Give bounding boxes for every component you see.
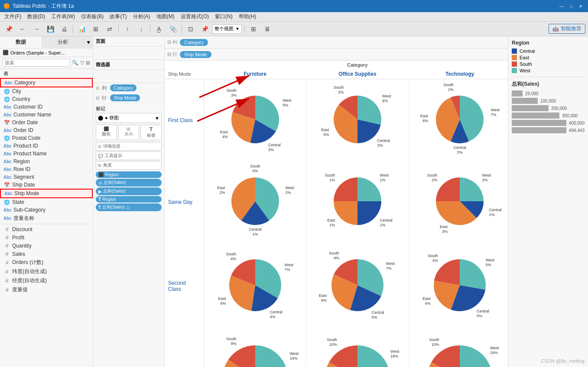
field-postal-code[interactable]: 🌐 Postal Code: [0, 134, 93, 142]
marks-type-selector[interactable]: ⬤ ● 饼图 ▼: [96, 113, 162, 123]
toolbar-pin[interactable]: 📌: [3, 23, 15, 35]
field-measure-names[interactable]: Abc 度量名称: [0, 214, 93, 223]
field-discount[interactable]: # Discount: [0, 225, 93, 233]
table-row: Second ClassWest7%Central4%East6%South4%…: [165, 243, 508, 329]
shipmode-pill[interactable]: Ship Mode: [110, 94, 140, 101]
marks-pill-region-color[interactable]: ⬛ Region: [96, 171, 162, 178]
marks-pill-sales-size[interactable]: ◎ 总和(Sales): [96, 179, 162, 187]
field-latitude[interactable]: # 纬度(自动生成): [0, 267, 93, 276]
marks-tooltip[interactable]: 💬 工具提示: [96, 151, 162, 160]
view-dropdown-icon[interactable]: ▼: [235, 26, 240, 31]
menu-analysis[interactable]: 分析(A): [130, 12, 153, 21]
field-row-id[interactable]: Abc Row ID: [0, 165, 93, 173]
toolbar-pin2[interactable]: 📌: [198, 23, 211, 35]
search-icon[interactable]: 🔍: [72, 60, 78, 66]
field-customer-id[interactable]: Abc Customer ID: [0, 103, 93, 111]
field-country[interactable]: 🌐 Country: [0, 95, 93, 103]
bar-1: [512, 90, 523, 97]
field-ship-mode[interactable]: Abc Ship Mode: [0, 189, 93, 198]
field-measure-values[interactable]: # 度量值: [0, 285, 93, 294]
toolbar-forward[interactable]: →: [30, 23, 42, 35]
menu-bar: 文件(F) 数据(D) 工作表(W) 仪表板(B) 故事(T) 分析(A) 地图…: [0, 12, 588, 22]
toolbar-monitor[interactable]: 🖥: [261, 23, 273, 35]
field-sales[interactable]: # Sales: [0, 250, 93, 258]
marks-detail[interactable]: ⊙ 详细信息: [96, 142, 162, 151]
grid-icon[interactable]: ⊞: [86, 60, 90, 66]
field-customer-name[interactable]: Abc Customer Name: [0, 111, 93, 119]
sidebar-tab-controls[interactable]: ▼: [84, 36, 93, 48]
menu-window[interactable]: 窗口(N): [212, 12, 235, 21]
toolbar-attach[interactable]: 📎: [167, 23, 179, 35]
menu-file[interactable]: 文件(F): [2, 12, 24, 21]
minimize-button[interactable]: —: [558, 2, 565, 10]
field-sub-category[interactable]: Abc Sub-Category: [0, 206, 93, 214]
menu-dashboard[interactable]: 仪表板(B): [78, 12, 106, 21]
field-name-category: Category: [14, 80, 36, 86]
menu-story[interactable]: 故事(T): [107, 12, 129, 21]
field-product-id[interactable]: Abc Product ID: [0, 142, 93, 150]
toolbar-sort-asc[interactable]: ↑: [121, 23, 133, 35]
tab-data[interactable]: 数据: [0, 36, 42, 48]
marks-pill-sales-angle[interactable]: ▶ 总和(Sales): [96, 187, 162, 195]
pie-cell: West5%Central3%East4%South3%: [204, 79, 306, 161]
field-product-name[interactable]: Abc Product Name: [0, 150, 93, 158]
field-order-date[interactable]: 📅 Order Date: [0, 119, 93, 126]
shipmode-shelf-pill[interactable]: Ship Mode: [180, 51, 211, 58]
field-orders-count[interactable]: # Orders (计数): [0, 258, 93, 267]
toolbar-print[interactable]: 🖨: [58, 23, 70, 35]
smart-recommend-button[interactable]: 🤖 智能推荐: [549, 24, 585, 34]
marks-pill-sales-label[interactable]: T 总和(Sales) △: [96, 203, 162, 211]
maximize-button[interactable]: □: [567, 2, 575, 10]
toolbar-fit[interactable]: ⊡: [185, 23, 197, 35]
field-region[interactable]: Abc Region: [0, 158, 93, 165]
menu-data[interactable]: 数据(D): [25, 12, 48, 21]
search-input[interactable]: [3, 59, 70, 67]
field-profit[interactable]: # Profit: [0, 233, 93, 241]
field-segment[interactable]: Abc Segment: [0, 173, 93, 181]
toolbar-grid[interactable]: ⊞: [247, 23, 260, 35]
tab-analysis[interactable]: 分析: [42, 36, 84, 48]
legend-central: Central: [512, 48, 585, 54]
toolbar-table[interactable]: ⊞: [90, 23, 102, 35]
toolbar-save[interactable]: 💾: [44, 23, 56, 35]
field-icon-region: Abc: [3, 159, 12, 164]
toolbar-sort-desc[interactable]: ↓: [135, 23, 147, 35]
field-name-profit: Profit: [12, 235, 24, 241]
field-ship-date[interactable]: 📅 Ship Date: [0, 181, 93, 189]
svg-text:7%: 7%: [386, 266, 392, 270]
field-name-product-name: Product Name: [13, 151, 47, 157]
toolbar-chart[interactable]: 📊: [76, 23, 88, 35]
toolbar-swap[interactable]: ⇄: [104, 23, 116, 35]
marks-pill-region-label[interactable]: T Region: [96, 196, 162, 203]
svg-text:South: South: [327, 338, 337, 342]
field-city[interactable]: 🌐 City: [0, 87, 93, 95]
menu-format[interactable]: 设置格式(O): [178, 12, 211, 21]
marks-type-dropdown[interactable]: ▼: [155, 116, 159, 121]
sidebar-menu-icon[interactable]: ▼: [86, 39, 91, 45]
field-category[interactable]: Abc Category: [0, 78, 93, 87]
marks-color[interactable]: ⬛ 颜色: [96, 125, 117, 140]
field-quantity[interactable]: # Quantity: [0, 241, 93, 250]
toolbar-highlight[interactable]: A̲: [153, 23, 165, 35]
window-controls[interactable]: — □ ✕: [558, 2, 585, 10]
field-order-id[interactable]: Abc Order ID: [0, 126, 93, 134]
field-state[interactable]: 🌐 State: [0, 198, 93, 206]
detail-label: 详细信息: [103, 143, 120, 149]
west-label: West: [520, 68, 530, 73]
filter-icon[interactable]: ▽: [80, 60, 84, 66]
menu-map[interactable]: 地图(M): [154, 12, 177, 21]
menu-help[interactable]: 帮助(H): [236, 12, 259, 21]
category-pill[interactable]: Category: [110, 84, 136, 91]
sales-value-3: 200,000: [551, 106, 567, 111]
toolbar-back[interactable]: ←: [16, 23, 29, 35]
marks-size[interactable]: ◎ 大小: [118, 125, 140, 140]
marks-angle[interactable]: ↻ 角度: [96, 161, 162, 170]
view-selector[interactable]: 整个视图 ▼: [212, 24, 242, 34]
field-longitude[interactable]: # 经度(自动生成): [0, 276, 93, 285]
datasource-name[interactable]: Orders (Sample - Super...: [10, 50, 65, 55]
menu-worksheet[interactable]: 工作表(W): [49, 12, 78, 21]
bar-3: [512, 105, 549, 111]
close-button[interactable]: ✕: [577, 2, 585, 10]
category-shelf-pill[interactable]: Category: [180, 39, 208, 46]
marks-label[interactable]: T 标签: [140, 125, 162, 140]
